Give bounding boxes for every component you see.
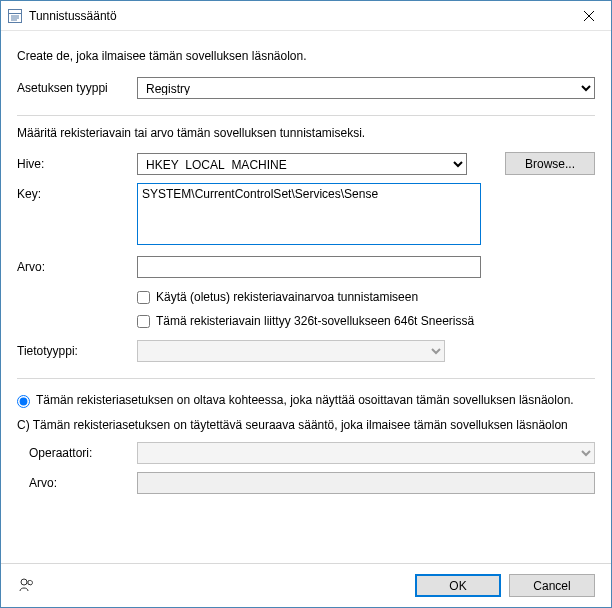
description-text: Create de, joka ilmaisee tämän sovelluks… bbox=[17, 49, 595, 63]
value2-row: Arvo: bbox=[29, 472, 595, 494]
use-default-checkbox[interactable] bbox=[137, 291, 150, 304]
rule-c-label: C) Tämän rekisteriasetuksen on täytettäv… bbox=[17, 418, 595, 432]
hive-select[interactable]: HKEY_LOCAL_MACHINE bbox=[137, 153, 467, 175]
hive-row: Hive: HKEY_LOCAL_MACHINE Browse... bbox=[17, 152, 595, 175]
key-row: Key: SYSTEM\CurrentControlSet\Services\S… bbox=[17, 183, 595, 248]
window-title: Tunnistussääntö bbox=[29, 9, 566, 23]
svg-point-7 bbox=[21, 579, 27, 585]
radio-exist[interactable] bbox=[17, 395, 30, 408]
key-input[interactable]: SYSTEM\CurrentControlSet\Services\Sense bbox=[137, 183, 481, 245]
close-button[interactable] bbox=[566, 1, 611, 31]
use-default-label: Käytä (oletus) rekisteriavainarvoa tunni… bbox=[156, 290, 418, 304]
datatype-select bbox=[137, 340, 445, 362]
assoc-label: Tämä rekisteriavain liittyy 326t-sovellu… bbox=[156, 314, 474, 328]
assoc-checkbox[interactable] bbox=[137, 315, 150, 328]
footer: OK Cancel bbox=[1, 563, 611, 607]
cancel-button[interactable]: Cancel bbox=[509, 574, 595, 597]
radio-exist-row: Tämän rekisteriasetuksen on oltava kohte… bbox=[17, 393, 595, 408]
value2-label: Arvo: bbox=[29, 476, 137, 490]
hive-label: Hive: bbox=[17, 157, 137, 171]
operator-label: Operaattori: bbox=[29, 446, 137, 460]
value-label: Arvo: bbox=[17, 260, 137, 274]
use-default-checkbox-row: Käytä (oletus) rekisteriavainarvoa tunni… bbox=[137, 290, 595, 304]
operator-select bbox=[137, 442, 595, 464]
app-icon bbox=[7, 8, 23, 24]
datatype-label: Tietotyyppi: bbox=[17, 344, 137, 358]
setting-type-label: Asetuksen tyyppi bbox=[17, 81, 137, 95]
content-area: Create de, joka ilmaisee tämän sovelluks… bbox=[1, 31, 611, 563]
divider-2 bbox=[17, 378, 595, 379]
dialog-window: Tunnistussääntö Create de, joka ilmaisee… bbox=[0, 0, 612, 608]
ok-button[interactable]: OK bbox=[415, 574, 501, 597]
assoc-checkbox-row: Tämä rekisteriavain liittyy 326t-sovellu… bbox=[137, 314, 595, 328]
close-icon bbox=[584, 11, 594, 21]
rule-c-group: Operaattori: Arvo: bbox=[17, 442, 595, 502]
sub-description: Määritä rekisteriavain tai arvo tämän so… bbox=[17, 126, 595, 140]
divider bbox=[17, 115, 595, 116]
key-label: Key: bbox=[17, 183, 137, 201]
setting-type-row: Asetuksen tyyppi Registry bbox=[17, 77, 595, 99]
radio-exist-label: Tämän rekisteriasetuksen on oltava kohte… bbox=[36, 393, 595, 407]
titlebar: Tunnistussääntö bbox=[1, 1, 611, 31]
value2-input bbox=[137, 472, 595, 494]
setting-type-select[interactable]: Registry bbox=[137, 77, 595, 99]
feedback-icon[interactable] bbox=[17, 576, 37, 596]
operator-row: Operaattori: bbox=[29, 442, 595, 464]
value-row: Arvo: bbox=[17, 256, 595, 278]
value-input[interactable] bbox=[137, 256, 481, 278]
browse-button[interactable]: Browse... bbox=[505, 152, 595, 175]
datatype-row: Tietotyyppi: bbox=[17, 340, 595, 362]
